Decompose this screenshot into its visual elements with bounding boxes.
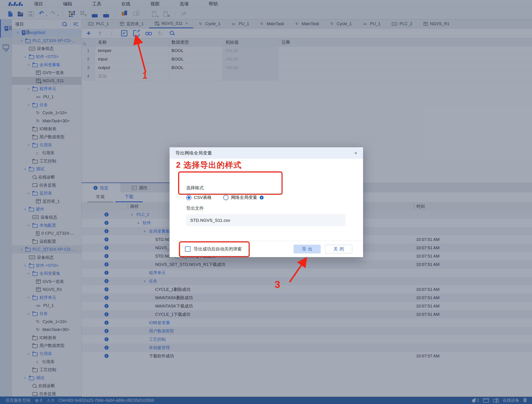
format-label: 选择格式 <box>186 185 204 191</box>
radio-unchecked-icon[interactable] <box>223 195 228 200</box>
info-icon <box>260 196 264 200</box>
radio-checked-icon[interactable] <box>186 195 191 200</box>
export-filename-field[interactable]: STD.NGVS_S11.csv <box>186 214 345 226</box>
radio-network-label: 网络全局变量 <box>231 195 257 200</box>
auto-close-label: 导出成功后自动关闭弹窗 <box>194 246 242 252</box>
export-dialog: 导出网络全局变量 × 选择格式 CSV表格 网络全局变量 导出文件 STD.NG… <box>170 147 363 257</box>
application-window: 项目编辑工具在线视图选项帮助 项目 ∨ <box>0 0 532 404</box>
radio-network-option[interactable]: 网络全局变量 <box>223 195 264 200</box>
export-button[interactable]: 导出 <box>294 245 321 253</box>
radio-csv-option[interactable]: CSV表格 <box>186 195 212 200</box>
auto-close-option[interactable]: 导出成功后自动关闭弹窗 <box>185 246 242 252</box>
export-file-label: 导出文件 <box>186 205 204 211</box>
radio-csv-label: CSV表格 <box>194 195 212 200</box>
dialog-title: 导出网络全局变量 <box>175 150 212 156</box>
close-icon[interactable]: × <box>354 150 357 156</box>
checkbox-unchecked-icon[interactable] <box>185 246 190 252</box>
close-button[interactable]: 关闭 <box>325 245 352 253</box>
